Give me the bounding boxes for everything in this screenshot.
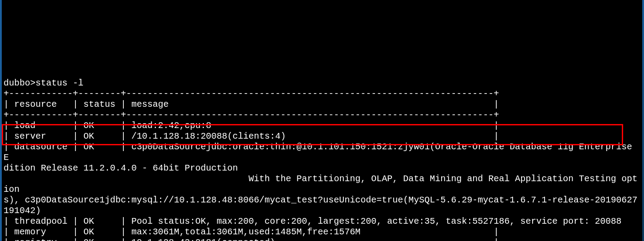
terminal-output[interactable]: dubbo>status -l +------------+--------+-… [4,78,640,241]
command-text: status -l [36,78,83,88]
row-datasource-4: s), c3p0DataSource1jdbc:mysql://10.1.128… [4,195,637,216]
prompt: dubbo> [4,78,36,88]
row-datasource-1: | datasource | OK | c3p0DataSourcejdbc:o… [4,142,637,163]
table-border-top: +------------+--------+-----------------… [4,89,499,99]
row-load: | load | OK | load:2.42,cpu:8 | [4,120,499,131]
row-server: | server | OK | /10.1.128.18:20088(clien… [4,131,499,141]
table-divider: +------------+--------+-----------------… [4,110,499,120]
window-left-border [0,0,2,241]
window-right-border [642,0,644,241]
row-registry: | registry | OK | 10.1.128.43:2181(conne… [4,237,499,241]
row-datasource-3: With the Partitioning, OLAP, Data Mining… [4,174,637,194]
table-header: | resource | status | message | [4,99,499,109]
row-datasource-2: dition Release 11.2.0.4.0 - 64bit Produc… [4,163,238,173]
row-memory: | memory | OK | max:3061M,total:3061M,us… [4,227,499,237]
row-threadpool: | threadpool | OK | Pool status:OK, max:… [4,216,621,226]
